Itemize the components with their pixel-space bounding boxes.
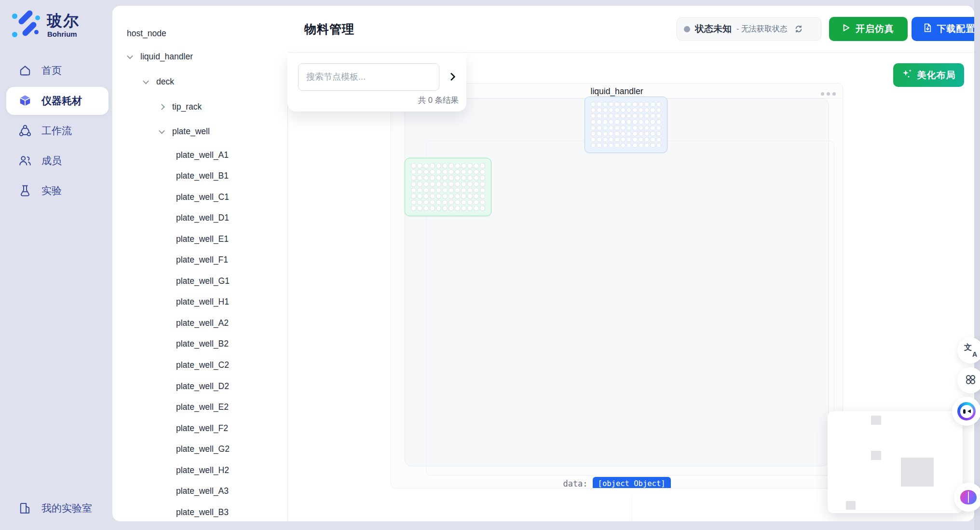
search-result-count: 共 0 条结果 xyxy=(418,95,459,106)
start-simulation-button[interactable]: 开启仿真 xyxy=(829,17,908,41)
well xyxy=(449,200,454,205)
tree-item-plate_well_H1[interactable]: plate_well_H1 xyxy=(176,296,229,308)
well xyxy=(626,102,631,107)
tree-item-tip_rack[interactable]: tip_rack xyxy=(160,100,202,113)
download-config-button[interactable]: 下载配置 xyxy=(912,17,974,41)
well-plate-green[interactable] xyxy=(405,158,491,216)
tree-item-plate_well_D2[interactable]: plate_well_D2 xyxy=(176,380,229,392)
well xyxy=(436,175,441,181)
well xyxy=(455,163,460,168)
well xyxy=(603,108,608,112)
well xyxy=(423,194,429,199)
ellipsis-menu-icon[interactable] xyxy=(821,92,836,96)
well xyxy=(597,137,601,142)
well xyxy=(621,126,626,130)
well xyxy=(474,188,479,193)
well xyxy=(417,206,422,211)
tree-item-label: plate_well_E1 xyxy=(176,234,229,244)
tree-item-plate_well_H2[interactable]: plate_well_H2 xyxy=(176,464,229,476)
well xyxy=(461,175,466,181)
well xyxy=(597,126,601,130)
well xyxy=(474,194,479,199)
tree-item-plate_well_C1[interactable]: plate_well_C1 xyxy=(176,191,229,203)
well xyxy=(644,113,649,118)
well xyxy=(609,126,613,130)
tree-item-label: liquid_handler xyxy=(140,52,193,62)
tree-item-plate_well_A1[interactable]: plate_well_A1 xyxy=(176,149,229,161)
well xyxy=(411,194,416,199)
tree-item-plate_well_B3[interactable]: plate_well_B3 xyxy=(176,506,229,518)
well xyxy=(609,137,613,142)
well xyxy=(474,200,479,205)
tree-item-plate_well_B2[interactable]: plate_well_B2 xyxy=(176,338,229,350)
well xyxy=(614,108,619,112)
tree-item-plate_well_E1[interactable]: plate_well_E1 xyxy=(176,233,229,245)
well xyxy=(632,113,637,118)
tree-item-label: plate_well_H2 xyxy=(176,465,229,475)
well xyxy=(455,169,460,175)
chevron-down-icon[interactable] xyxy=(127,53,133,59)
well xyxy=(411,206,416,211)
sidebar-item-my-lab[interactable]: 我的实验室 xyxy=(6,494,109,522)
well xyxy=(597,102,601,107)
well xyxy=(480,175,485,181)
well xyxy=(626,131,631,136)
brain-assistant-button[interactable] xyxy=(954,483,980,512)
well xyxy=(614,126,619,130)
page-scrollbar[interactable] xyxy=(974,0,980,530)
search-input[interactable] xyxy=(298,63,439,91)
tree-item-plate_well_C2[interactable]: plate_well_C2 xyxy=(176,359,229,372)
brand: 玻尔 Bohrium xyxy=(11,10,108,42)
sidebar-item-home[interactable]: 首页 xyxy=(6,56,109,84)
chevron-right-icon[interactable] xyxy=(159,104,165,110)
ai-assistant-button[interactable] xyxy=(952,397,980,426)
well xyxy=(626,119,631,124)
sidebar-item-members[interactable]: 成员 xyxy=(6,147,109,175)
well xyxy=(417,200,422,205)
tree-item-plate_well_G1[interactable]: plate_well_G1 xyxy=(176,275,230,287)
tree-item-plate_well_F2[interactable]: plate_well_F2 xyxy=(176,422,228,434)
tree-item-plate_well_D1[interactable]: plate_well_D1 xyxy=(176,212,229,224)
minimap[interactable] xyxy=(828,411,963,513)
well xyxy=(430,194,435,199)
expand-panel-icon[interactable] xyxy=(448,73,456,81)
well xyxy=(436,194,441,199)
tree-item-plate_well_G2[interactable]: plate_well_G2 xyxy=(176,443,230,456)
well xyxy=(614,137,619,142)
brand-name: 玻尔 xyxy=(47,11,80,32)
well xyxy=(644,131,649,136)
well xyxy=(411,200,416,205)
refresh-icon[interactable] xyxy=(794,25,803,33)
liquid-handler-group-node[interactable] xyxy=(405,98,829,466)
sidebar-item-experiments[interactable]: 实验 xyxy=(6,177,109,205)
well xyxy=(639,119,643,124)
robot-face-icon xyxy=(957,402,976,420)
tree-item-plate_well[interactable]: plate_well xyxy=(160,125,210,138)
well-plate-blue[interactable] xyxy=(585,97,667,153)
well xyxy=(591,126,596,130)
tree-item-host_node[interactable]: host_node xyxy=(127,27,166,40)
status-badge: 状态未知 - 无法获取状态 xyxy=(677,17,821,41)
canvas[interactable]: liquid_handler data: [object Object] xyxy=(391,83,843,488)
chevron-down-icon[interactable] xyxy=(159,127,165,134)
tree-item-plate_well_A3[interactable]: plate_well_A3 xyxy=(176,485,229,498)
sidebar-item-workflow[interactable]: 工作流 xyxy=(6,117,109,145)
sidebar-item-label: 我的实验室 xyxy=(41,502,92,515)
apps-button[interactable] xyxy=(957,367,980,393)
well xyxy=(449,194,454,199)
sidebar-item-instruments[interactable]: 仪器耗材 xyxy=(6,87,109,115)
tree-item-plate_well_E2[interactable]: plate_well_E2 xyxy=(176,401,229,414)
tree-item-plate_well_A2[interactable]: plate_well_A2 xyxy=(176,317,229,329)
tree-item-liquid_handler[interactable]: liquid_handler xyxy=(128,50,193,63)
tree-item-deck[interactable]: deck xyxy=(144,75,174,88)
translate-button[interactable]: 文A xyxy=(957,337,980,363)
tree-item-plate_well_F1[interactable]: plate_well_F1 xyxy=(176,254,228,266)
well xyxy=(639,137,643,142)
beautify-layout-button[interactable]: 美化布局 xyxy=(893,63,964,87)
well xyxy=(430,206,435,211)
sidebar-item-label: 实验 xyxy=(41,184,62,197)
chevron-down-icon[interactable] xyxy=(143,78,149,84)
tree-item-plate_well_B1[interactable]: plate_well_B1 xyxy=(176,170,229,182)
well xyxy=(644,143,649,148)
play-icon xyxy=(843,24,850,34)
